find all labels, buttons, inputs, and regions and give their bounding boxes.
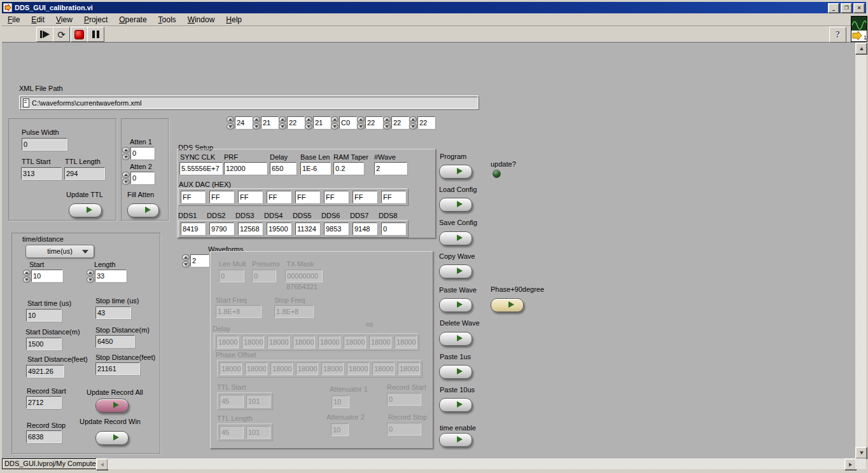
scroll-left-button[interactable]: [96, 458, 108, 470]
menu-item[interactable]: Help: [220, 14, 248, 25]
paste-1us-button[interactable]: [439, 365, 472, 379]
spinner-arrows-icon[interactable]: [305, 116, 312, 130]
atten1-spinner-arrows[interactable]: [122, 147, 130, 161]
menu-item[interactable]: Operate: [113, 14, 152, 25]
spinner-arrows-icon[interactable]: [279, 116, 286, 130]
dds-value-field[interactable]: 19500: [267, 223, 291, 235]
spinner-arrows-icon[interactable]: [253, 116, 260, 130]
minimize-icon[interactable]: _: [828, 3, 839, 13]
hex-byte-spinner[interactable]: 22: [409, 116, 435, 130]
hex-byte-spinner[interactable]: 22: [279, 116, 305, 130]
stop-time-indicator: 43: [95, 306, 131, 319]
atten2-field[interactable]: 0: [130, 172, 155, 184]
pause-button[interactable]: [87, 27, 104, 42]
dds-value-field[interactable]: 9790: [209, 223, 234, 235]
waveform-index-spinner-arrows[interactable]: [182, 254, 190, 268]
paste-10us-button[interactable]: [439, 398, 472, 412]
dds-value-field[interactable]: 11324: [295, 223, 320, 235]
aux-dac-field[interactable]: FF: [267, 191, 291, 203]
vertical-scrollbar-track[interactable]: [855, 53, 866, 447]
hex-byte-spinner[interactable]: 21: [305, 116, 331, 130]
paste-1us-label: Paste 1us: [440, 353, 471, 360]
menu-item[interactable]: Tools: [153, 14, 182, 25]
base-len-field[interactable]: 1E-6: [300, 162, 331, 175]
abort-button[interactable]: [71, 27, 88, 42]
close-icon[interactable]: ✕: [853, 3, 865, 13]
spinner-arrows-icon[interactable]: [409, 116, 417, 130]
update-record-win-button[interactable]: [95, 431, 129, 445]
dds-value-field[interactable]: 12568: [238, 223, 263, 235]
dds-value-field[interactable]: 0: [381, 223, 406, 235]
hex-byte-field[interactable]: 22: [417, 116, 435, 129]
scroll-up-button[interactable]: [855, 43, 867, 55]
start-field[interactable]: 10: [31, 270, 63, 282]
dds-value-field[interactable]: 9148: [353, 223, 377, 235]
run-button[interactable]: [36, 27, 53, 42]
time-enable-label: time enable: [440, 424, 476, 432]
aux-dac-field[interactable]: FF: [181, 191, 206, 203]
menu-item[interactable]: Edit: [25, 14, 50, 25]
aux-dac-field[interactable]: FF: [381, 191, 406, 203]
atten2-spinner-arrows[interactable]: [122, 172, 130, 186]
aux-dac-field[interactable]: FF: [353, 191, 377, 203]
help-button[interactable]: ?: [829, 27, 846, 43]
title-bar[interactable]: DDS_GUI_calibration.vi _ ❐ ✕: [2, 2, 866, 13]
hex-byte-spinner[interactable]: 22: [383, 116, 409, 130]
hex-byte-field[interactable]: 24: [235, 116, 253, 129]
restore-icon[interactable]: ❐: [841, 3, 852, 13]
update-record-all-button[interactable]: [95, 399, 129, 413]
waveform-index-field[interactable]: 2: [190, 254, 209, 267]
spinner-arrows-icon[interactable]: [331, 116, 339, 130]
scroll-down-button[interactable]: [855, 447, 867, 459]
phase90-button[interactable]: [491, 298, 524, 312]
delete-wave-button[interactable]: [439, 332, 472, 346]
hex-byte-field[interactable]: C0: [339, 116, 357, 129]
fill-atten-button[interactable]: [127, 203, 159, 217]
delay-field[interactable]: 650: [270, 162, 297, 175]
spinner-arrows-icon[interactable]: [383, 116, 391, 130]
paste-wave-button[interactable]: [439, 298, 472, 312]
menu-item[interactable]: Window: [182, 14, 221, 25]
hex-byte-spinner[interactable]: 21: [253, 116, 279, 130]
num-wave-field[interactable]: 2: [374, 162, 407, 175]
aux-dac-field[interactable]: FF: [238, 191, 263, 203]
stop-distance-ft-label: Stop Distance(feet): [95, 353, 155, 361]
update-ttl-button[interactable]: [69, 203, 102, 217]
hex-byte-field[interactable]: 22: [391, 116, 409, 129]
time-distance-mode-dropdown[interactable]: time(us): [25, 245, 94, 258]
hex-byte-spinner[interactable]: 22: [357, 116, 383, 130]
horizontal-scrollbar-track[interactable]: [108, 458, 844, 469]
aux-dac-field[interactable]: FF: [209, 191, 234, 203]
hex-byte-spinner[interactable]: C0: [331, 116, 357, 130]
menu-item[interactable]: View: [50, 14, 78, 25]
hex-byte-field[interactable]: 21: [261, 116, 279, 129]
project-selector[interactable]: DDS_GUI.lvproj/My Computer: [2, 458, 99, 469]
wave-delay-field: 18000: [369, 336, 391, 348]
spinner-arrows-icon[interactable]: [357, 116, 365, 130]
aux-dac-field[interactable]: FF: [295, 191, 320, 203]
hex-byte-field[interactable]: 21: [313, 116, 331, 129]
length-spinner-arrows[interactable]: [87, 270, 94, 284]
length-field[interactable]: 33: [95, 270, 127, 282]
dds-value-field[interactable]: 8419: [181, 223, 206, 235]
hex-byte-field[interactable]: 22: [287, 116, 305, 129]
hex-byte-spinner[interactable]: 24: [227, 116, 253, 130]
menu-item[interactable]: File: [2, 14, 25, 25]
menu-item[interactable]: Project: [78, 14, 113, 25]
xml-file-path-control[interactable]: C:\waveforms\currentwaveform.xml: [19, 95, 479, 110]
ram-taper-field[interactable]: 0.2: [333, 162, 364, 175]
start-spinner-arrows[interactable]: [23, 270, 31, 284]
hex-byte-field[interactable]: 22: [365, 116, 383, 129]
spinner-arrows-icon[interactable]: [227, 116, 234, 130]
save-config-button[interactable]: [439, 231, 472, 245]
program-button[interactable]: [439, 165, 472, 179]
sync-clk-field[interactable]: 5.55556E+7: [179, 162, 223, 175]
aux-dac-field[interactable]: FF: [324, 191, 349, 203]
atten1-field[interactable]: 0: [130, 147, 155, 160]
load-config-button[interactable]: [439, 198, 472, 212]
run-continuous-button[interactable]: ⟳: [53, 27, 70, 42]
dds-value-field[interactable]: 9853: [324, 223, 349, 235]
time-enable-button[interactable]: [439, 433, 472, 447]
copy-wave-button[interactable]: [439, 264, 472, 278]
prf-field[interactable]: 12000: [224, 162, 267, 175]
